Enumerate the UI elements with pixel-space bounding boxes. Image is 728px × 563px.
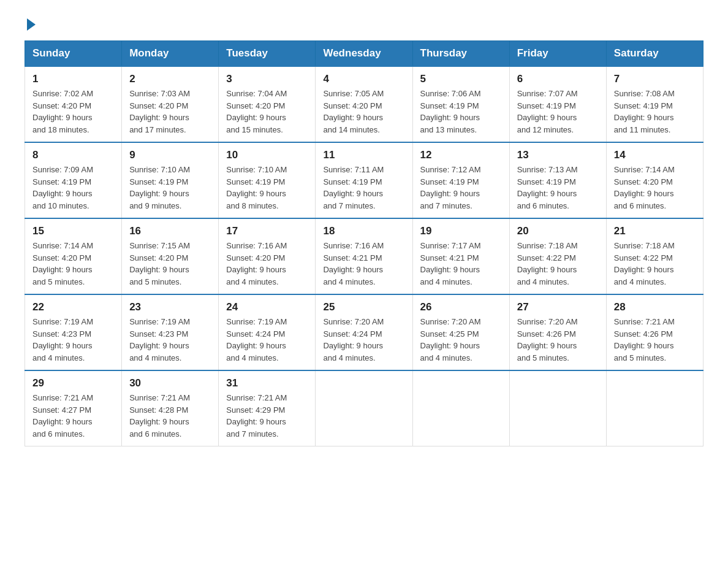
calendar-cell: 10 Sunrise: 7:10 AMSunset: 4:19 PMDaylig… (219, 142, 316, 218)
calendar-cell: 28 Sunrise: 7:21 AMSunset: 4:26 PMDaylig… (606, 294, 703, 370)
calendar-cell: 23 Sunrise: 7:19 AMSunset: 4:23 PMDaylig… (122, 294, 219, 370)
day-number: 25 (323, 301, 404, 313)
day-number: 13 (517, 149, 599, 161)
day-number: 9 (129, 149, 211, 161)
logo-arrow-icon (27, 18, 36, 31)
calendar-week-row: 1 Sunrise: 7:02 AMSunset: 4:20 PMDayligh… (25, 66, 703, 142)
day-info: Sunrise: 7:03 AMSunset: 4:20 PMDaylight:… (129, 89, 190, 134)
day-info: Sunrise: 7:08 AMSunset: 4:19 PMDaylight:… (614, 89, 675, 134)
day-info: Sunrise: 7:21 AMSunset: 4:29 PMDaylight:… (226, 393, 287, 439)
calendar-cell: 21 Sunrise: 7:18 AMSunset: 4:22 PMDaylig… (606, 218, 703, 294)
calendar-week-row: 15 Sunrise: 7:14 AMSunset: 4:20 PMDaylig… (25, 218, 703, 294)
logo (25, 18, 36, 28)
day-number: 30 (129, 377, 211, 389)
day-info: Sunrise: 7:17 AMSunset: 4:21 PMDaylight:… (420, 241, 481, 286)
calendar-cell: 24 Sunrise: 7:19 AMSunset: 4:24 PMDaylig… (219, 294, 316, 370)
calendar-cell (606, 370, 703, 446)
calendar-cell: 13 Sunrise: 7:13 AMSunset: 4:19 PMDaylig… (509, 142, 606, 218)
day-info: Sunrise: 7:12 AMSunset: 4:19 PMDaylight:… (420, 165, 481, 210)
calendar-cell: 26 Sunrise: 7:20 AMSunset: 4:25 PMDaylig… (412, 294, 509, 370)
calendar-week-row: 29 Sunrise: 7:21 AMSunset: 4:27 PMDaylig… (25, 370, 703, 446)
calendar-cell: 16 Sunrise: 7:15 AMSunset: 4:20 PMDaylig… (122, 218, 219, 294)
day-number: 17 (226, 225, 308, 237)
day-number: 29 (32, 377, 114, 389)
calendar-cell: 25 Sunrise: 7:20 AMSunset: 4:24 PMDaylig… (316, 294, 412, 370)
day-info: Sunrise: 7:06 AMSunset: 4:19 PMDaylight:… (420, 89, 481, 134)
day-number: 22 (32, 301, 114, 313)
day-info: Sunrise: 7:20 AMSunset: 4:24 PMDaylight:… (323, 317, 384, 362)
calendar-cell (316, 370, 412, 446)
day-info: Sunrise: 7:16 AMSunset: 4:21 PMDaylight:… (323, 241, 384, 286)
calendar-cell: 30 Sunrise: 7:21 AMSunset: 4:28 PMDaylig… (122, 370, 219, 446)
calendar-cell: 1 Sunrise: 7:02 AMSunset: 4:20 PMDayligh… (25, 66, 122, 142)
calendar-cell: 14 Sunrise: 7:14 AMSunset: 4:20 PMDaylig… (606, 142, 703, 218)
day-number: 12 (420, 149, 502, 161)
calendar-cell: 18 Sunrise: 7:16 AMSunset: 4:21 PMDaylig… (316, 218, 412, 294)
calendar-cell: 29 Sunrise: 7:21 AMSunset: 4:27 PMDaylig… (25, 370, 122, 446)
day-info: Sunrise: 7:21 AMSunset: 4:28 PMDaylight:… (129, 393, 190, 439)
calendar-cell: 20 Sunrise: 7:18 AMSunset: 4:22 PMDaylig… (509, 218, 606, 294)
day-info: Sunrise: 7:02 AMSunset: 4:20 PMDaylight:… (32, 89, 93, 134)
day-number: 23 (129, 301, 211, 313)
calendar-cell: 3 Sunrise: 7:04 AMSunset: 4:20 PMDayligh… (219, 66, 316, 142)
day-number: 27 (517, 301, 599, 313)
calendar-cell: 11 Sunrise: 7:11 AMSunset: 4:19 PMDaylig… (316, 142, 412, 218)
calendar-cell (509, 370, 606, 446)
day-number: 8 (32, 149, 114, 161)
calendar-header-monday: Monday (122, 41, 219, 67)
day-number: 10 (226, 149, 308, 161)
day-info: Sunrise: 7:05 AMSunset: 4:20 PMDaylight:… (323, 89, 384, 134)
calendar-header-wednesday: Wednesday (316, 41, 412, 67)
day-number: 31 (226, 377, 308, 389)
day-number: 7 (614, 73, 696, 85)
calendar-cell: 17 Sunrise: 7:16 AMSunset: 4:20 PMDaylig… (219, 218, 316, 294)
calendar-header-tuesday: Tuesday (219, 41, 316, 67)
page-header (25, 18, 703, 28)
day-info: Sunrise: 7:14 AMSunset: 4:20 PMDaylight:… (614, 165, 675, 210)
calendar-cell: 12 Sunrise: 7:12 AMSunset: 4:19 PMDaylig… (412, 142, 509, 218)
calendar-cell: 31 Sunrise: 7:21 AMSunset: 4:29 PMDaylig… (219, 370, 316, 446)
calendar-cell: 7 Sunrise: 7:08 AMSunset: 4:19 PMDayligh… (606, 66, 703, 142)
day-info: Sunrise: 7:19 AMSunset: 4:24 PMDaylight:… (226, 317, 287, 362)
calendar-cell: 22 Sunrise: 7:19 AMSunset: 4:23 PMDaylig… (25, 294, 122, 370)
day-info: Sunrise: 7:19 AMSunset: 4:23 PMDaylight:… (129, 317, 190, 362)
day-info: Sunrise: 7:14 AMSunset: 4:20 PMDaylight:… (32, 241, 93, 286)
calendar-cell: 6 Sunrise: 7:07 AMSunset: 4:19 PMDayligh… (509, 66, 606, 142)
day-number: 19 (420, 225, 502, 237)
calendar-week-row: 22 Sunrise: 7:19 AMSunset: 4:23 PMDaylig… (25, 294, 703, 370)
day-info: Sunrise: 7:21 AMSunset: 4:26 PMDaylight:… (614, 317, 675, 362)
day-info: Sunrise: 7:18 AMSunset: 4:22 PMDaylight:… (517, 241, 578, 286)
day-number: 11 (323, 149, 404, 161)
calendar-cell: 5 Sunrise: 7:06 AMSunset: 4:19 PMDayligh… (412, 66, 509, 142)
calendar-header-row: SundayMondayTuesdayWednesdayThursdayFrid… (25, 41, 703, 67)
calendar-header-friday: Friday (509, 41, 606, 67)
day-number: 6 (517, 73, 599, 85)
day-number: 2 (129, 73, 211, 85)
day-number: 18 (323, 225, 404, 237)
day-info: Sunrise: 7:19 AMSunset: 4:23 PMDaylight:… (32, 317, 93, 362)
day-info: Sunrise: 7:07 AMSunset: 4:19 PMDaylight:… (517, 89, 578, 134)
day-info: Sunrise: 7:16 AMSunset: 4:20 PMDaylight:… (226, 241, 287, 286)
day-number: 14 (614, 149, 696, 161)
day-info: Sunrise: 7:18 AMSunset: 4:22 PMDaylight:… (614, 241, 675, 286)
day-info: Sunrise: 7:10 AMSunset: 4:19 PMDaylight:… (129, 165, 190, 210)
day-info: Sunrise: 7:10 AMSunset: 4:19 PMDaylight:… (226, 165, 287, 210)
calendar-cell: 8 Sunrise: 7:09 AMSunset: 4:19 PMDayligh… (25, 142, 122, 218)
day-info: Sunrise: 7:11 AMSunset: 4:19 PMDaylight:… (323, 165, 384, 210)
calendar-cell (412, 370, 509, 446)
calendar-week-row: 8 Sunrise: 7:09 AMSunset: 4:19 PMDayligh… (25, 142, 703, 218)
calendar-cell: 9 Sunrise: 7:10 AMSunset: 4:19 PMDayligh… (122, 142, 219, 218)
calendar-cell: 2 Sunrise: 7:03 AMSunset: 4:20 PMDayligh… (122, 66, 219, 142)
calendar-header-sunday: Sunday (25, 41, 122, 67)
calendar-cell: 4 Sunrise: 7:05 AMSunset: 4:20 PMDayligh… (316, 66, 412, 142)
day-info: Sunrise: 7:04 AMSunset: 4:20 PMDaylight:… (226, 89, 287, 134)
day-number: 1 (32, 73, 114, 85)
day-number: 24 (226, 301, 308, 313)
day-number: 21 (614, 225, 696, 237)
day-number: 20 (517, 225, 599, 237)
calendar-header-thursday: Thursday (412, 41, 509, 67)
day-info: Sunrise: 7:20 AMSunset: 4:26 PMDaylight:… (517, 317, 578, 362)
day-number: 15 (32, 225, 114, 237)
day-info: Sunrise: 7:21 AMSunset: 4:27 PMDaylight:… (32, 393, 93, 439)
calendar-cell: 15 Sunrise: 7:14 AMSunset: 4:20 PMDaylig… (25, 218, 122, 294)
